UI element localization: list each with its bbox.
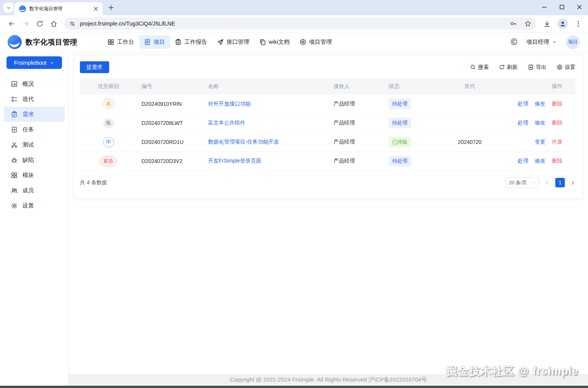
overview-icon [11,81,17,87]
back-icon[interactable] [8,20,15,27]
action-link-删除[interactable]: 删除 [552,120,563,126]
nav-item-wiki文档[interactable]: wiki文档 [254,35,295,49]
screen: 数字化项目管理 project.frsimple.cn/Tug3CiQ4/J5L… [0,0,588,388]
window-minimize-icon[interactable] [541,4,548,10]
sidebar-item-label: 迭代 [22,96,34,103]
copyright-icon[interactable]: © [511,38,517,46]
row-receiver: 产品经理 [329,133,384,152]
sidebar-item-缺陷[interactable]: 缺陷 [4,152,65,168]
tool-搜索[interactable]: 搜索 [470,64,489,71]
next-page-icon[interactable] [570,180,575,185]
table-header-row: 优先级别编号名称接收人状态迭代操作 [80,78,575,94]
site-settings-icon[interactable] [69,21,76,27]
sidebar-item-设置[interactable]: 设置 [4,198,65,213]
table-row: 低D202407208LWT富文本公共组件产品经理待处理处理修改删除 [80,113,575,133]
home-icon[interactable] [50,20,57,27]
sidebar-item-模块[interactable]: 模块 [4,168,65,183]
project-selector-button[interactable]: FrsimpleBoot [6,56,62,69]
url-bar[interactable]: project.frsimple.cn/Tug3CiQ4/J5LifLNE [64,18,537,30]
column-header: 编号 [137,78,203,94]
sidebar-item-label: 任务 [22,126,34,133]
tool-导出[interactable]: 导出 [528,64,547,71]
browser-tab[interactable]: 数字化项目管理 [14,2,103,15]
main-content: 提需求 搜索刷新导出设置 优先级别编号名称接收人状态迭代操作 高D2024091… [69,52,588,388]
tab-close-icon[interactable] [93,6,99,12]
members-icon [11,187,17,194]
nav-item-工作台[interactable]: 工作台 [103,35,139,49]
forward-icon[interactable] [22,20,29,27]
page-size-value: 20 条/页 [509,179,527,186]
sidebar-item-需求[interactable]: 需求 [4,107,65,122]
tool-label: 导出 [536,64,547,71]
action-link-处理[interactable]: 处理 [518,101,528,107]
nav-item-label: 工作台 [117,38,134,46]
action-link-修改[interactable]: 修改 [535,120,545,126]
screen-bottom-edge [0,386,588,388]
watermark: 掘金技术社区 @ frsimple [446,364,578,379]
requirement-name-link[interactable]: 富文本公共组件 [208,120,245,126]
prev-page-icon[interactable] [545,180,550,185]
action-link-变更[interactable]: 变更 [535,139,545,145]
add-requirement-button[interactable]: 提需求 [80,61,109,73]
column-header: 状态 [384,78,443,94]
sidebar-item-概况[interactable]: 概况 [4,76,65,91]
requirement-name-link[interactable]: 对外开放接口功能 [208,101,251,107]
sidebar: FrsimpleBoot 概况迭代需求任务测试缺陷模块成员设置 [0,52,69,388]
downloads-icon[interactable] [544,20,551,27]
app-header: 数字化项目管理 工作台项目工作报告接口管理wiki文档项目管理 © 项目经理 项… [0,32,588,52]
sidebar-item-label: 设置 [22,202,34,209]
sidebar-item-迭代[interactable]: 迭代 [4,91,65,107]
user-avatar[interactable]: 项目 [566,35,580,49]
tab-search-button[interactable] [3,3,13,13]
row-actions: 变更作废 [496,133,575,152]
row-iteration [443,152,496,171]
bookmark-star-icon[interactable] [524,20,531,27]
nav-item-项目[interactable]: 项目 [139,35,170,49]
row-receiver: 产品经理 [329,94,384,113]
action-link-修改[interactable]: 修改 [535,158,545,164]
url-text[interactable]: project.frsimple.cn/Tug3CiQ4/J5LifLNE [80,21,502,27]
sidebar-item-任务[interactable]: 任务 [4,122,65,137]
action-link-作废[interactable]: 作废 [552,139,563,145]
browser-profile-avatar[interactable] [558,19,568,29]
action-link-处理[interactable]: 处理 [518,120,528,126]
window-close-icon[interactable] [576,4,583,10]
document-icon [144,39,151,45]
table-row: 高D20240910YRIN对外开放接口功能产品经理待处理处理修改删除 [80,94,575,113]
sidebar-menu: 概况迭代需求任务测试缺陷模块成员设置 [0,75,68,215]
tool-设置[interactable]: 设置 [557,64,575,71]
sidebar-item-测试[interactable]: 测试 [4,137,65,152]
bug-icon [11,157,17,163]
browser-menu-icon[interactable] [575,20,582,27]
sidebar-item-label: 需求 [22,111,34,118]
sidebar-item-成员[interactable]: 成员 [4,183,65,198]
settings-gear-icon [11,203,17,209]
target-icon [300,39,306,45]
nav-item-项目管理[interactable]: 项目管理 [295,35,337,49]
reload-icon[interactable] [36,20,43,27]
task-icon [11,126,17,133]
module-icon [11,172,17,179]
requirement-name-link[interactable]: 数据化管理项目-任务功能开发 [208,139,279,145]
paper-plane-icon [217,39,224,45]
person-icon [559,21,566,27]
window-maximize-icon[interactable] [559,4,565,10]
current-page-button[interactable]: 1 [555,178,565,187]
action-link-修改[interactable]: 修改 [535,101,545,107]
row-iteration [443,113,496,133]
nav-item-label: 项目 [154,38,165,46]
requirement-name-link[interactable]: 开发FrSimple登录页面 [208,158,261,164]
action-link-删除[interactable]: 删除 [552,101,563,107]
new-tab-icon[interactable] [108,4,114,11]
favicon-icon [19,5,26,12]
password-key-icon[interactable] [510,20,517,27]
nav-item-接口管理[interactable]: 接口管理 [212,35,254,49]
action-link-处理[interactable]: 处理 [518,158,528,164]
user-role-label: 项目经理 [526,38,549,46]
action-link-删除[interactable]: 删除 [552,158,563,164]
nav-item-工作报告[interactable]: 工作报告 [170,35,212,49]
tool-刷新[interactable]: 刷新 [499,64,518,71]
sidebar-item-label: 模块 [22,172,34,179]
page-size-select[interactable]: 20 条/页 [505,177,539,188]
user-role-dropdown[interactable]: 项目经理 [526,38,557,46]
